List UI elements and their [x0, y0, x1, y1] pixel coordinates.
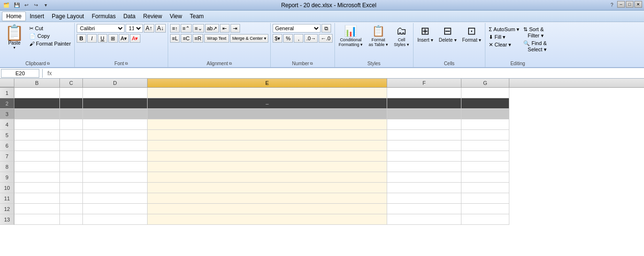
row-header-9[interactable]: 9 [0, 172, 14, 183]
align-right-button[interactable]: ≡R [193, 34, 203, 43]
clear-button[interactable]: ✕ Clear ▾ [487, 41, 521, 48]
formula-input[interactable] [56, 69, 643, 78]
text-direction-button[interactable]: ab↗ [205, 24, 219, 33]
cell-g12[interactable] [461, 204, 509, 214]
format-painter-button[interactable]: 🖌 Format Painter [28, 40, 72, 47]
cell-e8[interactable] [148, 162, 387, 172]
cell-b8[interactable] [14, 162, 60, 172]
cell-b13[interactable] [14, 214, 60, 225]
align-top-left-button[interactable]: ≡↑ [170, 24, 180, 33]
cell-f3[interactable] [387, 109, 461, 119]
merge-center-button[interactable]: Merge & Center ▾ [230, 34, 268, 43]
cell-c3[interactable] [60, 109, 83, 119]
cell-f13[interactable] [387, 214, 461, 225]
cell-e12[interactable] [148, 204, 387, 214]
cell-styles-button[interactable]: 🗂 CellStyles ▾ [392, 24, 411, 48]
cell-d2[interactable] [83, 98, 148, 109]
format-button[interactable]: ⊡ Format ▾ [460, 24, 483, 44]
align-top-center-button[interactable]: ≡⌃ [181, 24, 192, 33]
cell-d3[interactable] [83, 109, 148, 119]
cell-d4[interactable] [83, 119, 148, 130]
cell-b7[interactable] [14, 151, 60, 162]
font-family-select[interactable]: Calibri [77, 24, 125, 33]
cell-e3[interactable] [148, 109, 387, 119]
cell-e9[interactable] [148, 172, 387, 183]
cell-e5[interactable] [148, 130, 387, 140]
row-header-10[interactable]: 10 [0, 183, 14, 193]
help-button[interactable]: ? [608, 1, 616, 10]
cell-g3[interactable] [461, 109, 509, 119]
cell-b3[interactable] [14, 109, 60, 119]
row-header-7[interactable]: 7 [0, 151, 14, 162]
decrease-font-button[interactable]: A↓ [155, 24, 166, 33]
increase-decimal-button[interactable]: .0→ [304, 34, 318, 43]
col-header-c[interactable]: C [60, 79, 83, 87]
delete-button[interactable]: ⊟ Delete ▾ [437, 24, 459, 44]
alignment-expand-icon[interactable]: ⧉ [229, 61, 232, 66]
insert-button[interactable]: ⊞ Insert ▾ [415, 24, 435, 44]
cell-d1[interactable] [83, 88, 148, 98]
underline-button[interactable]: U [98, 34, 107, 43]
row-header-8[interactable]: 8 [0, 162, 14, 172]
cell-e13[interactable] [148, 214, 387, 225]
increase-font-button[interactable]: A↑ [144, 24, 154, 33]
cell-c6[interactable] [60, 140, 83, 151]
cell-e7[interactable] [148, 151, 387, 162]
cell-e10[interactable] [148, 183, 387, 193]
cell-c4[interactable] [60, 119, 83, 130]
cell-f10[interactable] [387, 183, 461, 193]
cell-g7[interactable] [461, 151, 509, 162]
cell-b10[interactable] [14, 183, 60, 193]
cell-c9[interactable] [60, 172, 83, 183]
cell-f7[interactable] [387, 151, 461, 162]
cell-g6[interactable] [461, 140, 509, 151]
cell-d12[interactable] [83, 204, 148, 214]
cell-g11[interactable] [461, 193, 509, 204]
row-header-3[interactable]: 3 [0, 109, 14, 119]
cell-f11[interactable] [387, 193, 461, 204]
save-button[interactable]: 💾 [12, 1, 21, 10]
col-header-b[interactable]: B [14, 79, 60, 87]
cell-b6[interactable] [14, 140, 60, 151]
cell-f4[interactable] [387, 119, 461, 130]
cell-b2[interactable] [14, 98, 60, 109]
number-format-select[interactable]: General [273, 24, 321, 33]
menu-formulas[interactable]: Formulas [88, 12, 119, 21]
cell-e1[interactable] [148, 88, 387, 98]
cell-f8[interactable] [387, 162, 461, 172]
maximize-button[interactable]: □ [626, 1, 633, 8]
row-header-6[interactable]: 6 [0, 140, 14, 151]
cell-d10[interactable] [83, 183, 148, 193]
cell-e6[interactable] [148, 140, 387, 151]
copy-button[interactable]: 📄 Copy [28, 33, 72, 40]
find-select-button[interactable]: 🔍 Find & Select ▾ [522, 40, 548, 53]
align-top-right-button[interactable]: ≡⌄ [193, 24, 204, 33]
cell-g5[interactable] [461, 130, 509, 140]
cell-b11[interactable] [14, 193, 60, 204]
row-header-5[interactable]: 5 [0, 130, 14, 140]
cell-b4[interactable] [14, 119, 60, 130]
cell-d6[interactable] [83, 140, 148, 151]
menu-team[interactable]: Team [186, 12, 207, 21]
cell-b9[interactable] [14, 172, 60, 183]
row-header-4[interactable]: 4 [0, 119, 14, 130]
col-header-g[interactable]: G [461, 79, 509, 87]
cell-d7[interactable] [83, 151, 148, 162]
menu-page-layout[interactable]: Page Layout [48, 12, 88, 21]
percent-button[interactable]: % [283, 34, 293, 43]
cell-e11[interactable] [148, 193, 387, 204]
comma-button[interactable]: , [294, 34, 303, 43]
cell-d5[interactable] [83, 130, 148, 140]
align-center-button[interactable]: ≡C [181, 34, 191, 43]
border-button[interactable]: ⊞ [108, 34, 118, 43]
format-table-button[interactable]: 📋 Formatas Table ▾ [367, 24, 390, 48]
row-header-1[interactable]: 1 [0, 88, 14, 98]
decrease-decimal-button[interactable]: ←.0 [319, 34, 332, 43]
conditional-formatting-button[interactable]: 📊 ConditionalFormatting ▾ [337, 24, 365, 48]
cell-g8[interactable] [461, 162, 509, 172]
menu-home[interactable]: Home [2, 12, 26, 21]
cell-g9[interactable] [461, 172, 509, 183]
cell-d9[interactable] [83, 172, 148, 183]
cell-c7[interactable] [60, 151, 83, 162]
cell-g4[interactable] [461, 119, 509, 130]
